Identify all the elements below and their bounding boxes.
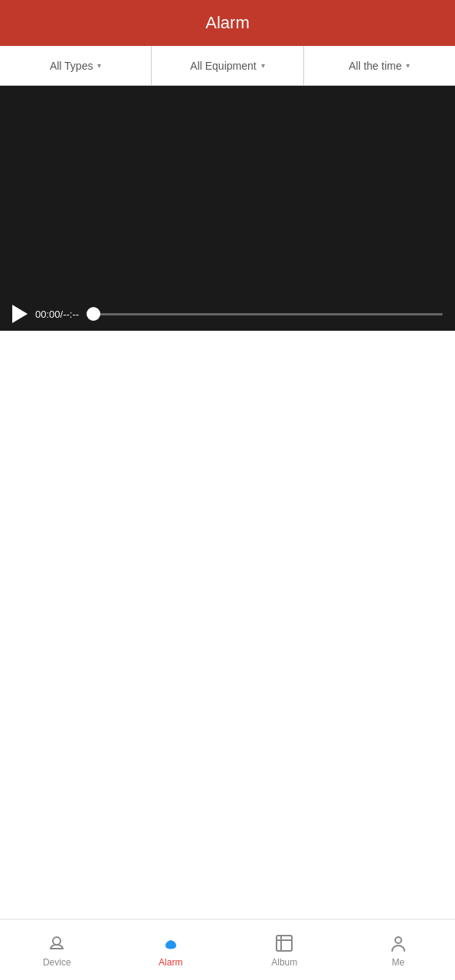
nav-label-album: Album [271, 957, 297, 968]
filter-equipment-arrow: ▾ [261, 61, 265, 70]
svg-point-0 [53, 937, 61, 945]
progress-track [87, 313, 443, 315]
filter-time[interactable]: All the time ▾ [304, 46, 455, 85]
nav-item-alarm[interactable]: Alarm [114, 920, 228, 980]
nav-item-me[interactable]: Me [342, 920, 456, 980]
svg-rect-2 [277, 936, 292, 951]
me-icon [388, 933, 409, 954]
bottom-nav: Device Alarm Album Me [0, 919, 455, 980]
time-display: 00:00/--:-- [35, 309, 79, 320]
filter-time-arrow: ▾ [406, 61, 410, 70]
filter-time-label: All the time [349, 60, 401, 72]
nav-item-album[interactable]: Album [228, 920, 342, 980]
device-icon [46, 933, 67, 954]
nav-item-device[interactable]: Device [0, 920, 114, 980]
nav-label-me: Me [391, 957, 404, 968]
progress-thumb[interactable] [87, 307, 100, 321]
svg-point-1 [165, 943, 176, 949]
svg-point-5 [395, 937, 401, 943]
video-player: 00:00/--:-- [0, 86, 455, 331]
nav-label-device: Device [43, 957, 71, 968]
filter-equipment-label: All Equipment [190, 60, 256, 72]
play-button[interactable] [12, 305, 28, 323]
filter-type-arrow: ▾ [97, 61, 101, 70]
filter-type[interactable]: All Types ▾ [0, 46, 152, 85]
nav-label-alarm: Alarm [159, 957, 182, 968]
progress-bar[interactable] [87, 306, 443, 322]
app-header: Alarm [0, 0, 455, 46]
filter-equipment[interactable]: All Equipment ▾ [152, 46, 303, 85]
filter-bar: All Types ▾ All Equipment ▾ All the time… [0, 46, 455, 86]
alarm-icon [160, 933, 182, 954]
content-area [0, 331, 455, 919]
album-icon [273, 933, 295, 954]
page-title: Alarm [205, 13, 249, 33]
filter-type-label: All Types [50, 60, 93, 72]
video-controls: 00:00/--:-- [0, 297, 455, 331]
